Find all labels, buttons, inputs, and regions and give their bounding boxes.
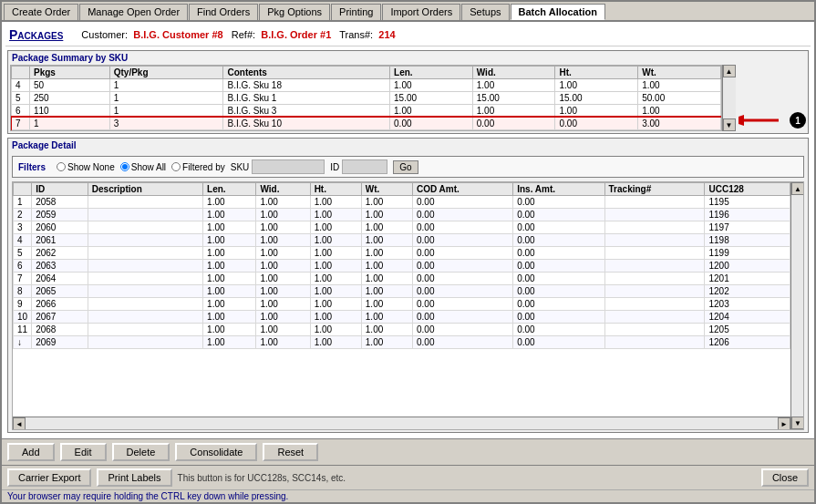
detail-cell: 0.00 bbox=[513, 298, 604, 311]
filter-filtered-by[interactable]: Filtered by bbox=[171, 162, 225, 172]
detail-cell: 1.00 bbox=[361, 234, 412, 247]
detail-cell: 1202 bbox=[705, 285, 790, 298]
close-button[interactable]: Close bbox=[761, 468, 809, 487]
detail-cell: 2059 bbox=[32, 209, 88, 221]
go-button[interactable]: Go bbox=[393, 160, 418, 174]
detail-scroll-right[interactable]: ► bbox=[778, 417, 790, 430]
edit-button[interactable]: Edit bbox=[60, 443, 107, 461]
table-row[interactable]: 320601.001.001.001.000.000.001197 bbox=[14, 221, 790, 234]
detail-cell bbox=[604, 247, 705, 260]
row-len: 0.00 bbox=[390, 118, 473, 130]
detail-cell bbox=[88, 221, 202, 234]
table-row[interactable]: 520621.001.001.001.000.000.001199 bbox=[14, 247, 790, 260]
table-row[interactable]: 5 250 1 B.I.G. Sku 1 15.00 15.00 15.00 5… bbox=[12, 92, 721, 105]
detail-cell bbox=[88, 234, 202, 247]
detail-cell: 1.00 bbox=[203, 196, 256, 209]
detail-cell: 2058 bbox=[32, 196, 88, 209]
scroll-down-btn[interactable]: ▼ bbox=[723, 118, 736, 131]
detail-cell: 1.00 bbox=[310, 311, 361, 324]
detail-cell: 1.00 bbox=[256, 285, 310, 298]
tab-create-order[interactable]: Create Order bbox=[4, 4, 78, 20]
table-row[interactable]: 720641.001.001.001.000.000.001201 bbox=[14, 273, 790, 285]
filter-show-none[interactable]: Show None bbox=[57, 162, 115, 172]
detail-scroll-up[interactable]: ▲ bbox=[791, 182, 804, 195]
summary-scrollbar[interactable]: ▲ ▼ bbox=[722, 65, 735, 131]
scroll-track[interactable] bbox=[723, 77, 736, 118]
detail-cell: 1.00 bbox=[203, 221, 256, 234]
delete-button[interactable]: Delete bbox=[112, 443, 170, 461]
detail-cell bbox=[88, 298, 202, 311]
detail-cell: 1.00 bbox=[203, 234, 256, 247]
print-labels-button[interactable]: Print Labels bbox=[97, 468, 171, 487]
table-row[interactable]: 920661.001.001.001.000.000.001203 bbox=[14, 298, 790, 311]
tab-pkg-options[interactable]: Pkg Options bbox=[259, 4, 330, 20]
detail-scrollbar-v[interactable]: ▲ ▼ bbox=[790, 182, 803, 429]
detail-cell bbox=[604, 209, 705, 221]
filter-none-radio[interactable] bbox=[57, 162, 66, 171]
add-button[interactable]: Add bbox=[7, 443, 55, 461]
scroll-up-btn[interactable]: ▲ bbox=[723, 65, 736, 77]
table-row[interactable]: 1120681.001.001.001.000.000.001205 bbox=[14, 324, 790, 336]
detail-cell: 1.00 bbox=[256, 324, 310, 336]
detail-cell: 0.00 bbox=[412, 221, 512, 234]
table-row[interactable]: ↓20691.001.001.001.000.000.001206 bbox=[14, 336, 790, 349]
detail-cell: 1.00 bbox=[310, 273, 361, 285]
detail-scrollbar-h[interactable]: ◄ ► bbox=[13, 417, 790, 429]
filter-show-all[interactable]: Show All bbox=[120, 162, 166, 172]
detail-cell: 1.00 bbox=[361, 298, 412, 311]
detail-cell: 1199 bbox=[705, 247, 790, 260]
row-qty: 1 bbox=[109, 105, 223, 118]
tab-printing[interactable]: Printing bbox=[331, 4, 381, 20]
detail-scroll-left[interactable]: ◄ bbox=[13, 417, 26, 430]
table-row[interactable]: 220591.001.001.001.000.000.001196 bbox=[14, 209, 790, 221]
tab-find-orders[interactable]: Find Orders bbox=[189, 4, 258, 20]
sku-filter-field: SKU bbox=[231, 159, 325, 174]
header-info: Customer: B.I.G. Customer #8 Ref#: B.I.G… bbox=[81, 29, 395, 40]
reset-button[interactable]: Reset bbox=[263, 443, 318, 461]
tab-setups[interactable]: Setups bbox=[461, 4, 509, 20]
consolidate-button[interactable]: Consolidate bbox=[175, 443, 257, 461]
summary-col-qtypkg: Qty/Pkg bbox=[109, 67, 223, 79]
detail-cell: 0.00 bbox=[513, 221, 604, 234]
detail-col-ucc: UCC128 bbox=[705, 183, 790, 196]
filter-by-radio[interactable] bbox=[171, 162, 181, 171]
status-text: Your browser may require holding the CTR… bbox=[7, 491, 288, 501]
table-row[interactable]: 1020671.001.001.001.000.000.001204 bbox=[14, 311, 790, 324]
tab-manage-open-order[interactable]: Manage Open Order bbox=[79, 4, 188, 20]
row-pkgs: 50 bbox=[30, 79, 110, 92]
detail-cell bbox=[604, 260, 705, 273]
detail-cell: 0.00 bbox=[513, 247, 604, 260]
sku-input[interactable] bbox=[252, 159, 325, 174]
detail-cell: 2061 bbox=[32, 234, 88, 247]
row-num: 4 bbox=[12, 79, 30, 92]
table-row[interactable]: 620631.001.001.001.000.000.001200 bbox=[14, 260, 790, 273]
row-ht: 1.00 bbox=[555, 105, 638, 118]
tab-batch-allocation[interactable]: Batch Allocation bbox=[511, 4, 605, 20]
table-row[interactable]: 820651.001.001.001.000.000.001202 bbox=[14, 285, 790, 298]
detail-cell bbox=[604, 311, 705, 324]
row-wid: 15.00 bbox=[472, 92, 555, 105]
table-row[interactable]: 420611.001.001.001.000.000.001198 bbox=[14, 234, 790, 247]
filter-all-radio[interactable] bbox=[120, 162, 129, 171]
detail-cell: 1200 bbox=[705, 260, 790, 273]
table-row[interactable]: 120581.001.001.001.000.000.001195 bbox=[14, 196, 790, 209]
detail-cell: 1.00 bbox=[310, 260, 361, 273]
detail-cell: 7 bbox=[14, 273, 32, 285]
detail-cell bbox=[604, 298, 705, 311]
detail-cell: 1.00 bbox=[256, 336, 310, 349]
table-row[interactable]: 7 1 3 B.I.G. Sku 10 0.00 0.00 0.00 3.00 bbox=[12, 118, 721, 130]
detail-scroll-track[interactable] bbox=[791, 195, 803, 417]
tab-import-orders[interactable]: Import Orders bbox=[382, 4, 460, 20]
id-input[interactable] bbox=[342, 159, 387, 174]
table-row[interactable]: 6 110 1 B.I.G. Sku 3 1.00 1.00 1.00 1.00 bbox=[12, 105, 721, 118]
carrier-export-button[interactable]: Carrier Export bbox=[7, 468, 91, 487]
detail-cell: 1.00 bbox=[361, 247, 412, 260]
detail-cell: 1.00 bbox=[310, 285, 361, 298]
summary-col-pkgs bbox=[12, 67, 30, 79]
detail-scroll-down[interactable]: ▼ bbox=[791, 417, 804, 429]
page-title: Packages bbox=[9, 27, 63, 42]
detail-cell: 1.00 bbox=[361, 260, 412, 273]
table-row[interactable]: 4 50 1 B.I.G. Sku 18 1.00 1.00 1.00 1.00 bbox=[12, 79, 721, 92]
detail-hscroll-track[interactable] bbox=[26, 417, 778, 429]
detail-col-desc: Description bbox=[88, 183, 202, 196]
